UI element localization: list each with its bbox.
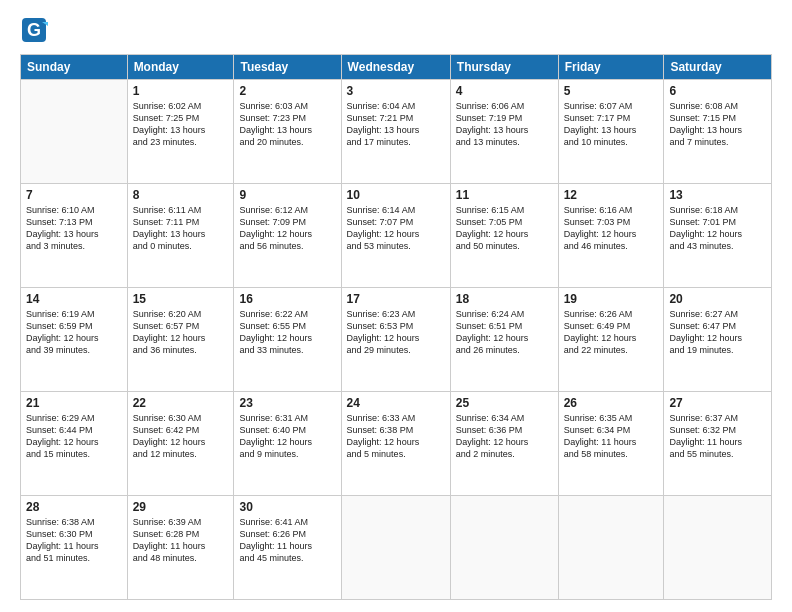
day-cell xyxy=(341,496,450,600)
day-info: Sunrise: 6:06 AMSunset: 7:19 PMDaylight:… xyxy=(456,100,553,149)
day-number: 20 xyxy=(669,292,766,306)
day-number: 4 xyxy=(456,84,553,98)
day-number: 23 xyxy=(239,396,335,410)
day-number: 8 xyxy=(133,188,229,202)
day-number: 9 xyxy=(239,188,335,202)
day-cell: 2Sunrise: 6:03 AMSunset: 7:23 PMDaylight… xyxy=(234,80,341,184)
day-cell: 19Sunrise: 6:26 AMSunset: 6:49 PMDayligh… xyxy=(558,288,664,392)
day-number: 22 xyxy=(133,396,229,410)
logo: G xyxy=(20,16,52,44)
day-cell: 17Sunrise: 6:23 AMSunset: 6:53 PMDayligh… xyxy=(341,288,450,392)
day-info: Sunrise: 6:24 AMSunset: 6:51 PMDaylight:… xyxy=(456,308,553,357)
day-number: 5 xyxy=(564,84,659,98)
day-info: Sunrise: 6:02 AMSunset: 7:25 PMDaylight:… xyxy=(133,100,229,149)
day-info: Sunrise: 6:19 AMSunset: 6:59 PMDaylight:… xyxy=(26,308,122,357)
day-cell: 10Sunrise: 6:14 AMSunset: 7:07 PMDayligh… xyxy=(341,184,450,288)
day-info: Sunrise: 6:15 AMSunset: 7:05 PMDaylight:… xyxy=(456,204,553,253)
calendar-table: SundayMondayTuesdayWednesdayThursdayFrid… xyxy=(20,54,772,600)
day-cell: 21Sunrise: 6:29 AMSunset: 6:44 PMDayligh… xyxy=(21,392,128,496)
day-info: Sunrise: 6:10 AMSunset: 7:13 PMDaylight:… xyxy=(26,204,122,253)
day-info: Sunrise: 6:20 AMSunset: 6:57 PMDaylight:… xyxy=(133,308,229,357)
header-day-tuesday: Tuesday xyxy=(234,55,341,80)
day-info: Sunrise: 6:04 AMSunset: 7:21 PMDaylight:… xyxy=(347,100,445,149)
day-cell: 18Sunrise: 6:24 AMSunset: 6:51 PMDayligh… xyxy=(450,288,558,392)
day-number: 2 xyxy=(239,84,335,98)
day-cell xyxy=(21,80,128,184)
day-info: Sunrise: 6:11 AMSunset: 7:11 PMDaylight:… xyxy=(133,204,229,253)
day-cell: 20Sunrise: 6:27 AMSunset: 6:47 PMDayligh… xyxy=(664,288,772,392)
day-number: 12 xyxy=(564,188,659,202)
day-info: Sunrise: 6:37 AMSunset: 6:32 PMDaylight:… xyxy=(669,412,766,461)
day-info: Sunrise: 6:07 AMSunset: 7:17 PMDaylight:… xyxy=(564,100,659,149)
day-cell: 23Sunrise: 6:31 AMSunset: 6:40 PMDayligh… xyxy=(234,392,341,496)
day-cell: 24Sunrise: 6:33 AMSunset: 6:38 PMDayligh… xyxy=(341,392,450,496)
header-row: SundayMondayTuesdayWednesdayThursdayFrid… xyxy=(21,55,772,80)
day-info: Sunrise: 6:39 AMSunset: 6:28 PMDaylight:… xyxy=(133,516,229,565)
day-number: 14 xyxy=(26,292,122,306)
day-cell: 30Sunrise: 6:41 AMSunset: 6:26 PMDayligh… xyxy=(234,496,341,600)
day-number: 6 xyxy=(669,84,766,98)
header-day-saturday: Saturday xyxy=(664,55,772,80)
header-day-monday: Monday xyxy=(127,55,234,80)
svg-text:G: G xyxy=(27,20,41,40)
header: G xyxy=(20,16,772,44)
header-day-wednesday: Wednesday xyxy=(341,55,450,80)
day-number: 13 xyxy=(669,188,766,202)
day-info: Sunrise: 6:27 AMSunset: 6:47 PMDaylight:… xyxy=(669,308,766,357)
day-info: Sunrise: 6:41 AMSunset: 6:26 PMDaylight:… xyxy=(239,516,335,565)
day-number: 26 xyxy=(564,396,659,410)
day-cell: 6Sunrise: 6:08 AMSunset: 7:15 PMDaylight… xyxy=(664,80,772,184)
day-cell: 7Sunrise: 6:10 AMSunset: 7:13 PMDaylight… xyxy=(21,184,128,288)
day-info: Sunrise: 6:30 AMSunset: 6:42 PMDaylight:… xyxy=(133,412,229,461)
day-info: Sunrise: 6:18 AMSunset: 7:01 PMDaylight:… xyxy=(669,204,766,253)
day-number: 3 xyxy=(347,84,445,98)
day-number: 1 xyxy=(133,84,229,98)
day-number: 15 xyxy=(133,292,229,306)
day-info: Sunrise: 6:16 AMSunset: 7:03 PMDaylight:… xyxy=(564,204,659,253)
day-cell: 26Sunrise: 6:35 AMSunset: 6:34 PMDayligh… xyxy=(558,392,664,496)
week-row-2: 14Sunrise: 6:19 AMSunset: 6:59 PMDayligh… xyxy=(21,288,772,392)
day-cell: 28Sunrise: 6:38 AMSunset: 6:30 PMDayligh… xyxy=(21,496,128,600)
day-info: Sunrise: 6:29 AMSunset: 6:44 PMDaylight:… xyxy=(26,412,122,461)
day-number: 18 xyxy=(456,292,553,306)
week-row-4: 28Sunrise: 6:38 AMSunset: 6:30 PMDayligh… xyxy=(21,496,772,600)
day-cell xyxy=(664,496,772,600)
day-cell: 9Sunrise: 6:12 AMSunset: 7:09 PMDaylight… xyxy=(234,184,341,288)
day-info: Sunrise: 6:26 AMSunset: 6:49 PMDaylight:… xyxy=(564,308,659,357)
day-number: 21 xyxy=(26,396,122,410)
header-day-friday: Friday xyxy=(558,55,664,80)
day-number: 16 xyxy=(239,292,335,306)
day-info: Sunrise: 6:23 AMSunset: 6:53 PMDaylight:… xyxy=(347,308,445,357)
day-cell: 5Sunrise: 6:07 AMSunset: 7:17 PMDaylight… xyxy=(558,80,664,184)
day-number: 10 xyxy=(347,188,445,202)
day-cell: 12Sunrise: 6:16 AMSunset: 7:03 PMDayligh… xyxy=(558,184,664,288)
calendar-body: 1Sunrise: 6:02 AMSunset: 7:25 PMDaylight… xyxy=(21,80,772,600)
day-cell xyxy=(450,496,558,600)
day-info: Sunrise: 6:08 AMSunset: 7:15 PMDaylight:… xyxy=(669,100,766,149)
day-info: Sunrise: 6:12 AMSunset: 7:09 PMDaylight:… xyxy=(239,204,335,253)
day-number: 17 xyxy=(347,292,445,306)
calendar-page: G SundayMondayTuesdayWednesdayThursdayFr… xyxy=(0,0,792,612)
day-cell: 11Sunrise: 6:15 AMSunset: 7:05 PMDayligh… xyxy=(450,184,558,288)
day-info: Sunrise: 6:38 AMSunset: 6:30 PMDaylight:… xyxy=(26,516,122,565)
day-number: 28 xyxy=(26,500,122,514)
day-number: 29 xyxy=(133,500,229,514)
day-cell xyxy=(558,496,664,600)
day-info: Sunrise: 6:03 AMSunset: 7:23 PMDaylight:… xyxy=(239,100,335,149)
day-info: Sunrise: 6:35 AMSunset: 6:34 PMDaylight:… xyxy=(564,412,659,461)
header-day-sunday: Sunday xyxy=(21,55,128,80)
day-cell: 14Sunrise: 6:19 AMSunset: 6:59 PMDayligh… xyxy=(21,288,128,392)
day-cell: 13Sunrise: 6:18 AMSunset: 7:01 PMDayligh… xyxy=(664,184,772,288)
day-cell: 27Sunrise: 6:37 AMSunset: 6:32 PMDayligh… xyxy=(664,392,772,496)
day-cell: 8Sunrise: 6:11 AMSunset: 7:11 PMDaylight… xyxy=(127,184,234,288)
day-info: Sunrise: 6:31 AMSunset: 6:40 PMDaylight:… xyxy=(239,412,335,461)
day-cell: 25Sunrise: 6:34 AMSunset: 6:36 PMDayligh… xyxy=(450,392,558,496)
day-info: Sunrise: 6:14 AMSunset: 7:07 PMDaylight:… xyxy=(347,204,445,253)
day-number: 19 xyxy=(564,292,659,306)
day-number: 25 xyxy=(456,396,553,410)
day-number: 27 xyxy=(669,396,766,410)
day-cell: 1Sunrise: 6:02 AMSunset: 7:25 PMDaylight… xyxy=(127,80,234,184)
day-number: 7 xyxy=(26,188,122,202)
week-row-3: 21Sunrise: 6:29 AMSunset: 6:44 PMDayligh… xyxy=(21,392,772,496)
day-cell: 4Sunrise: 6:06 AMSunset: 7:19 PMDaylight… xyxy=(450,80,558,184)
